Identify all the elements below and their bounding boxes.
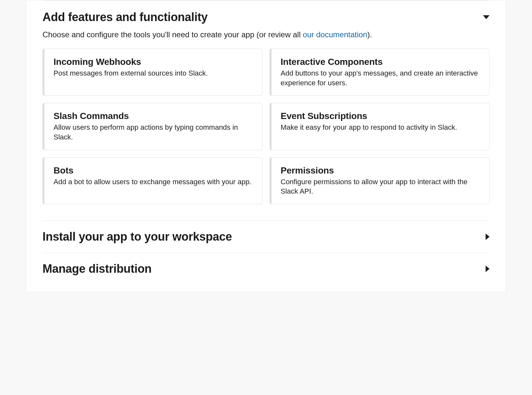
card-interactive-components[interactable]: Interactive Components Add buttons to yo… (270, 49, 490, 96)
card-desc: Make it easy for your app to respond to … (281, 123, 480, 132)
settings-panel: Add features and functionality Choose an… (26, 0, 506, 292)
section-title-install: Install your app to your workspace (42, 230, 232, 244)
section-subtitle-features: Choose and configure the tools you'll ne… (26, 27, 506, 49)
chevron-down-icon (483, 15, 490, 19)
section-header-distribution[interactable]: Manage distribution (26, 253, 506, 279)
card-incoming-webhooks[interactable]: Incoming Webhooks Post messages from ext… (42, 49, 262, 96)
card-slash-commands[interactable]: Slash Commands Allow users to perform ap… (42, 103, 262, 150)
card-permissions[interactable]: Permissions Configure permissions to all… (270, 157, 490, 204)
subtitle-pre: Choose and configure the tools you'll ne… (42, 30, 303, 39)
card-title: Incoming Webhooks (54, 57, 253, 67)
subtitle-post: ). (367, 30, 372, 39)
section-title-distribution: Manage distribution (42, 262, 151, 276)
card-title: Interactive Components (281, 57, 480, 67)
card-desc: Add buttons to your app's messages, and … (281, 68, 480, 88)
card-bots[interactable]: Bots Add a bot to allow users to exchang… (42, 157, 262, 204)
card-desc: Post messages from external sources into… (54, 68, 253, 78)
section-header-install[interactable]: Install your app to your workspace (26, 221, 506, 253)
chevron-right-icon (486, 233, 490, 240)
section-title-features: Add features and functionality (42, 10, 208, 24)
card-title: Bots (54, 165, 253, 176)
section-header-features[interactable]: Add features and functionality (26, 1, 506, 27)
card-desc: Add a bot to allow users to exchange mes… (54, 177, 253, 187)
card-title: Slash Commands (54, 111, 253, 121)
card-desc: Allow users to perform app actions by ty… (54, 123, 253, 142)
chevron-right-icon (486, 266, 490, 272)
card-event-subscriptions[interactable]: Event Subscriptions Make it easy for you… (270, 103, 490, 150)
card-title: Permissions (281, 165, 480, 176)
documentation-link[interactable]: our documentation (303, 30, 367, 39)
card-desc: Configure permissions to allow your app … (281, 177, 480, 196)
features-cards-grid: Incoming Webhooks Post messages from ext… (26, 49, 506, 221)
card-title: Event Subscriptions (281, 111, 480, 121)
